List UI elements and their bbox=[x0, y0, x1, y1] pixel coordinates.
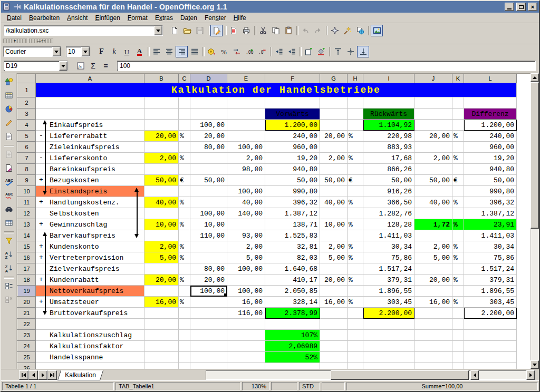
cell-C2[interactable] bbox=[179, 97, 190, 109]
cell-B20[interactable]: 16,00 bbox=[144, 297, 179, 308]
cell-D3[interactable] bbox=[190, 109, 227, 120]
cell-H26[interactable] bbox=[348, 363, 363, 369]
number-currency-button[interactable] bbox=[205, 46, 217, 57]
menu-format[interactable]: Format bbox=[124, 13, 151, 23]
cell-G15[interactable]: 2,00 bbox=[320, 241, 348, 252]
row-header-24[interactable]: 24 bbox=[18, 341, 36, 352]
cell-J6[interactable] bbox=[414, 142, 452, 153]
cell-B14[interactable] bbox=[144, 230, 179, 241]
cell-I11[interactable]: 366,50 bbox=[363, 197, 414, 208]
row-header-1[interactable]: 1 bbox=[18, 83, 36, 97]
row-header-7[interactable]: 7 bbox=[18, 153, 36, 164]
cell-E7[interactable]: 2,00 bbox=[227, 153, 265, 164]
cell-E26[interactable] bbox=[227, 363, 265, 369]
flow-arrow-purchase[interactable] bbox=[43, 120, 47, 195]
cell-E6[interactable]: 100,00 bbox=[227, 142, 265, 153]
cell-B7[interactable]: 2,00 bbox=[144, 153, 179, 164]
font-color-button[interactable]: A bbox=[133, 46, 146, 57]
cell-C4[interactable] bbox=[179, 120, 190, 131]
cell-A22[interactable] bbox=[36, 319, 144, 330]
cell-L15[interactable]: 30,34 bbox=[464, 241, 517, 252]
cell-I8[interactable]: 866,26 bbox=[363, 164, 414, 175]
cell-A14[interactable]: Barverkaufspreis bbox=[36, 230, 144, 241]
cell-I3[interactable]: Rückwärts bbox=[363, 109, 414, 120]
cut-button[interactable] bbox=[257, 25, 269, 36]
font-size-combobox[interactable] bbox=[66, 46, 90, 57]
cell-reference-box[interactable] bbox=[4, 61, 68, 71]
cell-E14[interactable]: 93,00 bbox=[227, 230, 265, 241]
row-header-4[interactable]: 4 bbox=[18, 120, 36, 131]
equals-button[interactable]: = bbox=[100, 60, 112, 72]
cell-A21[interactable]: Bruttoverkaufspreis bbox=[36, 308, 144, 319]
cell-G20[interactable]: 16,00 bbox=[320, 297, 348, 308]
url-dropdown-button[interactable] bbox=[154, 26, 162, 35]
align-bottom-button[interactable] bbox=[357, 46, 369, 57]
cell-J3[interactable] bbox=[414, 109, 452, 120]
font-name-combobox[interactable] bbox=[3, 46, 61, 57]
cell-A16[interactable]: +Vertreterprovision bbox=[36, 252, 144, 263]
row-header-11[interactable]: 11 bbox=[18, 197, 36, 208]
cell-F26[interactable] bbox=[265, 363, 320, 369]
sheet-tab-kalkulation[interactable]: Kalkulation bbox=[57, 370, 103, 380]
cell-D6[interactable]: 80,00 bbox=[190, 142, 227, 153]
spellcheck-button[interactable]: ABC bbox=[2, 175, 16, 188]
row-header-3[interactable]: 3 bbox=[18, 109, 36, 120]
cell-F21[interactable]: 2.378,99 bbox=[265, 308, 320, 319]
cell-K23[interactable] bbox=[452, 330, 464, 341]
formula-input[interactable] bbox=[118, 62, 535, 70]
cell-H7[interactable]: % bbox=[348, 153, 363, 164]
row-header-14[interactable]: 14 bbox=[18, 230, 36, 241]
cell-I20[interactable]: 303,45 bbox=[363, 297, 414, 308]
cell-E8[interactable]: 98,00 bbox=[227, 164, 265, 175]
cell-B23[interactable] bbox=[144, 330, 179, 341]
align-justify-button[interactable] bbox=[188, 46, 200, 57]
cell-B6[interactable] bbox=[144, 142, 179, 153]
cell-J11[interactable]: 40,00 bbox=[414, 197, 452, 208]
cell-reference-input[interactable] bbox=[4, 62, 59, 70]
cell-I16[interactable]: 75,86 bbox=[363, 252, 414, 263]
cell-A15[interactable]: +Kundenskonto bbox=[36, 241, 144, 252]
cell-L21[interactable]: 2.200,00 bbox=[464, 308, 517, 319]
cell-H22[interactable] bbox=[348, 319, 363, 330]
vscroll-down-button[interactable] bbox=[531, 360, 539, 369]
group-button[interactable] bbox=[2, 279, 16, 292]
cell-H17[interactable] bbox=[348, 263, 363, 275]
status-zoom[interactable]: 130% bbox=[242, 382, 269, 390]
font-name-input[interactable] bbox=[4, 47, 52, 56]
align-center-vertical-button[interactable] bbox=[344, 46, 356, 57]
cell-D11[interactable] bbox=[190, 197, 227, 208]
row-header-17[interactable]: 17 bbox=[18, 263, 36, 275]
cell-F10[interactable]: 990,80 bbox=[265, 186, 320, 197]
cell-K8[interactable] bbox=[452, 164, 464, 175]
cell-I12[interactable]: 1.282,76 bbox=[363, 208, 414, 219]
cell-L23[interactable] bbox=[464, 330, 517, 341]
cell-A20[interactable]: +Umsatzsteuer bbox=[36, 297, 144, 308]
cell-G25[interactable] bbox=[320, 352, 348, 363]
web-document-button[interactable] bbox=[354, 25, 366, 36]
cell-H23[interactable] bbox=[348, 330, 363, 341]
cell-E25[interactable] bbox=[227, 352, 265, 363]
cell-G19[interactable] bbox=[320, 286, 348, 297]
cell-J5[interactable]: 20,00 bbox=[414, 131, 452, 142]
cell-C24[interactable] bbox=[179, 341, 190, 352]
navigator-button[interactable] bbox=[329, 25, 341, 36]
cell-L5[interactable]: 240,00 bbox=[464, 131, 517, 142]
cell-D7[interactable] bbox=[190, 153, 227, 164]
cell-J21[interactable] bbox=[414, 308, 452, 319]
export-pdf-button[interactable] bbox=[227, 25, 239, 36]
background-color-button[interactable] bbox=[315, 46, 327, 57]
menu-einfgen[interactable]: Einfügen bbox=[91, 13, 123, 23]
status-selection-mode[interactable]: STD bbox=[299, 382, 320, 390]
cell-D4[interactable]: 100,00 bbox=[190, 120, 227, 131]
number-standard-button[interactable] bbox=[230, 46, 243, 57]
cell-E24[interactable] bbox=[227, 341, 265, 352]
cell-D26[interactable] bbox=[190, 363, 227, 369]
cell-K24[interactable] bbox=[452, 341, 464, 352]
status-page-style[interactable]: TAB_Tabelle1 bbox=[115, 382, 240, 390]
cell-F8[interactable]: 940,80 bbox=[265, 164, 320, 175]
cell-G14[interactable] bbox=[320, 230, 348, 241]
vscroll-up-button[interactable] bbox=[531, 73, 539, 82]
cell-K21[interactable] bbox=[452, 308, 464, 319]
cell-G12[interactable] bbox=[320, 208, 348, 219]
status-sheet-position[interactable]: Tabelle 1 / 1 bbox=[2, 382, 114, 390]
